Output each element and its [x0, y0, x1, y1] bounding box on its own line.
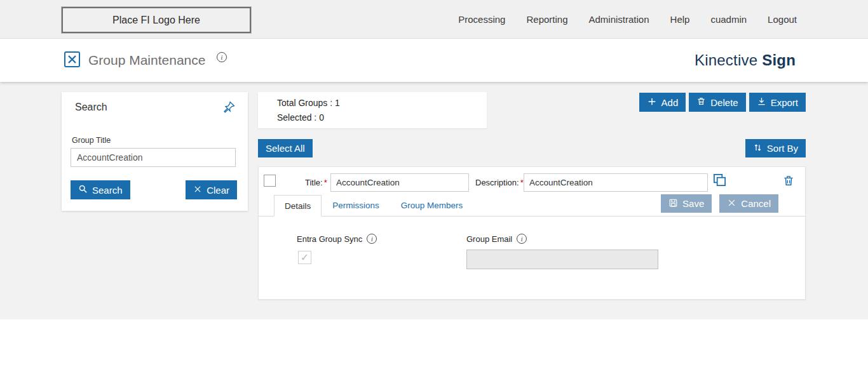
fi-logo-placeholder[interactable]: Place FI Logo Here [62, 7, 251, 33]
trash-icon [696, 97, 706, 108]
page-title-info-icon[interactable]: i [217, 52, 227, 62]
selected-count: Selected : 0 [277, 112, 487, 123]
group-email-label: Group Email i [466, 234, 527, 244]
fi-logo-placeholder-label: Place FI Logo Here [112, 15, 200, 26]
title-input[interactable] [330, 173, 469, 192]
tab-permissions[interactable]: Permissions [322, 195, 390, 216]
group-email-input[interactable] [466, 250, 658, 269]
add-button-label: Add [661, 97, 679, 108]
summary-panel: Total Groups : 1 Selected : 0 [258, 92, 487, 128]
group-title-label: Group Title [72, 136, 111, 145]
nav-item-processing[interactable]: Processing [458, 14, 505, 25]
tab-permissions-label: Permissions [332, 201, 379, 210]
cancel-button-label: Cancel [741, 198, 771, 209]
delete-button[interactable]: Delete [689, 93, 745, 112]
nav-item-logout[interactable]: Logout [768, 14, 797, 25]
save-button-label: Save [682, 198, 704, 209]
copy-icon[interactable] [712, 173, 727, 187]
nav-item-cuadmin[interactable]: cuadmin [710, 14, 747, 25]
plus-icon [647, 97, 657, 109]
description-required-marker: * [520, 178, 524, 187]
group-row-checkbox[interactable] [264, 175, 276, 187]
top-bar: Place FI Logo Here Processing Reporting … [0, 0, 868, 39]
add-button[interactable]: Add [639, 93, 686, 112]
pin-icon[interactable] [222, 100, 236, 114]
title-required-marker: * [324, 178, 327, 187]
group-maintenance-icon [64, 51, 81, 68]
nav-item-administration[interactable]: Administration [589, 14, 649, 25]
group-row: Title:* Description:* De [258, 166, 806, 300]
save-button[interactable]: Save [661, 194, 712, 213]
nav-item-help[interactable]: Help [670, 14, 690, 25]
entra-group-sync-label-text: Entra Group Sync [297, 234, 362, 244]
cancel-button[interactable]: Cancel [719, 194, 778, 213]
export-button[interactable]: Export [749, 93, 806, 112]
description-input[interactable] [524, 173, 708, 192]
entra-group-sync-info-icon[interactable]: i [367, 234, 377, 244]
group-email-label-text: Group Email [466, 234, 512, 244]
nav-item-reporting[interactable]: Reporting [526, 14, 567, 25]
cancel-x-icon [727, 198, 736, 210]
search-icon [78, 184, 88, 196]
page-header: Group Maintenance i Kinective Sign [0, 39, 868, 82]
clear-x-icon [193, 185, 202, 196]
main-content: Search Group Title Search [0, 82, 868, 319]
tab-details[interactable]: Details [274, 195, 322, 217]
group-email-info-icon[interactable]: i [517, 234, 527, 244]
brand-name: Kinective [695, 51, 757, 69]
search-button[interactable]: Search [71, 180, 130, 199]
entra-group-sync-checkbox[interactable]: ✓ [298, 251, 311, 264]
select-all-button-label: Select All [266, 143, 305, 154]
description-label-text: Description: [475, 178, 519, 187]
delete-button-label: Delete [710, 97, 738, 108]
save-disk-icon [668, 198, 678, 210]
export-button-label: Export [771, 97, 798, 108]
sort-arrows-icon [753, 143, 763, 154]
title-label: Title:* [305, 178, 327, 187]
tab-group-members-label: Group Members [401, 201, 463, 210]
page: Place FI Logo Here Processing Reporting … [0, 0, 868, 374]
group-title-input[interactable] [71, 148, 236, 167]
tab-details-label: Details [285, 201, 311, 211]
description-label: Description:* [475, 178, 524, 187]
entra-group-sync-label: Entra Group Sync i [297, 234, 377, 244]
sort-by-button-label: Sort By [767, 143, 798, 154]
clear-button[interactable]: Clear [186, 180, 237, 199]
clear-button-label: Clear [207, 185, 229, 196]
page-title: Group Maintenance [88, 39, 205, 82]
select-all-button[interactable]: Select All [258, 139, 313, 157]
tab-group-members[interactable]: Group Members [390, 195, 474, 216]
brand-logo: Kinective Sign [695, 39, 796, 82]
row-trash-icon[interactable] [782, 173, 795, 188]
toolbar-actions: Add Delete Export [639, 93, 806, 112]
sort-by-button[interactable]: Sort By [745, 139, 806, 157]
search-button-label: Search [92, 185, 123, 196]
row-action-buttons: Save Cancel [661, 194, 778, 213]
search-panel-title: Search [75, 102, 107, 113]
search-panel: Search Group Title Search [62, 92, 248, 211]
total-groups-count: Total Groups : 1 [277, 98, 487, 108]
brand-name-bold: Sign [762, 51, 796, 69]
top-nav: Processing Reporting Administration Help… [458, 0, 797, 39]
download-icon [757, 97, 766, 108]
title-label-text: Title: [305, 178, 323, 187]
